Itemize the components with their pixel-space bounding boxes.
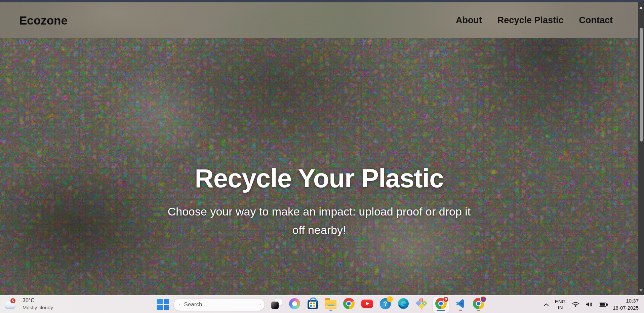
weather-widget[interactable]: 5 30°C Mostly cloudy — [5, 297, 53, 311]
running-indicator — [329, 310, 332, 311]
hero-text-block: Recycle Your Plastic Choose your way to … — [0, 165, 638, 239]
start-button[interactable] — [157, 299, 169, 310]
main-nav: About Recycle Plastic Contact — [456, 15, 613, 26]
paint-diamond-icon — [416, 298, 427, 310]
brand-logo[interactable]: Ecozone — [19, 14, 68, 27]
taskbar-app-youtube[interactable] — [360, 296, 374, 313]
chrome-profile-p-icon: P — [435, 298, 447, 309]
chrome-profile-2-icon — [473, 298, 484, 309]
windows-logo-icon — [157, 299, 163, 304]
taskbar-app-paint-diamond[interactable] — [415, 296, 428, 313]
question-mark-app-icon: ? — [380, 298, 391, 309]
hero-subtitle: Choose your way to make an impact: uploa… — [151, 202, 487, 239]
nav-contact[interactable]: Contact — [579, 15, 613, 26]
scrollbar-down-arrow-icon[interactable] — [639, 289, 643, 292]
wifi-icon — [572, 302, 579, 307]
taskbar-app-vscode[interactable] — [454, 296, 467, 313]
hero-subtitle-line2: off nearby! — [292, 224, 346, 236]
pinned-apps: ? — [270, 296, 485, 313]
taskbar-app-microsoft-store[interactable] — [306, 296, 319, 313]
page-scrollbar[interactable] — [638, 2, 644, 295]
speaker-icon — [586, 302, 593, 307]
volume-button[interactable] — [586, 302, 593, 307]
taskbar-app-help[interactable]: ? — [378, 296, 392, 313]
taskbar-app-chrome-profile-p[interactable]: P — [433, 297, 449, 313]
cloud-weather-icon: 5 — [5, 298, 19, 310]
chevron-up-icon — [544, 303, 549, 306]
yellow-dot-badge — [387, 296, 393, 302]
site-header: Ecozone About Recycle Plastic Contact — [0, 2, 638, 38]
spiral-profile-badge — [480, 296, 487, 303]
chrome-icon — [343, 298, 355, 309]
language-code: ENG — [555, 299, 566, 305]
hero-image-shading — [0, 2, 638, 295]
running-indicator — [477, 310, 480, 311]
system-tray: ENG IN — [544, 296, 639, 313]
edge-icon — [398, 298, 409, 309]
language-region: IN — [555, 305, 566, 311]
hero-title: Recycle Your Plastic — [0, 165, 638, 192]
taskbar-app-chrome-profile-2[interactable] — [472, 296, 485, 313]
hero-section: Recycle Your Plastic Choose your way to … — [0, 2, 638, 295]
screen: Recycle Your Plastic Choose your way to … — [0, 0, 644, 313]
profile-p-badge: P — [443, 296, 449, 303]
youtube-icon — [361, 300, 373, 308]
hero-subtitle-line1: Choose your way to make an impact: uploa… — [168, 205, 471, 218]
taskbar-search-box[interactable] — [173, 298, 265, 311]
copilot-icon — [289, 298, 300, 309]
battery-button[interactable] — [599, 303, 607, 307]
bird-decoration — [258, 300, 261, 309]
clock-widget[interactable]: 10:37 18-07-2025 — [613, 298, 639, 311]
scrollbar-thumb[interactable] — [640, 28, 643, 142]
nav-about[interactable]: About — [456, 15, 482, 26]
scrollbar-up-arrow-icon[interactable] — [639, 6, 643, 9]
tray-time: 10:37 — [613, 298, 639, 304]
file-explorer-icon — [325, 300, 336, 309]
taskbar-app-chrome[interactable] — [342, 296, 356, 313]
battery-icon — [599, 303, 607, 307]
nav-recycle-plastic[interactable]: Recycle Plastic — [497, 15, 564, 26]
vscode-icon — [455, 298, 466, 309]
taskbar-app-edge[interactable] — [397, 296, 410, 313]
running-indicator — [459, 310, 462, 311]
windows-taskbar: 5 30°C Mostly cloudy — [0, 295, 644, 313]
weather-alert-badge: 5 — [10, 298, 16, 304]
task-view-icon — [271, 299, 282, 309]
language-indicator[interactable]: ENG IN — [555, 299, 566, 311]
browser-window-top-bar — [0, 0, 644, 2]
tray-chevron-up-button[interactable] — [544, 303, 549, 306]
weather-temperature: 30°C — [23, 297, 53, 304]
search-input[interactable] — [184, 301, 258, 308]
wifi-button[interactable] — [572, 302, 579, 307]
active-indicator — [437, 310, 445, 311]
taskbar-app-task-view[interactable] — [270, 296, 283, 313]
weather-condition: Mostly cloudy — [23, 304, 53, 311]
taskbar-app-copilot[interactable] — [288, 296, 301, 313]
microsoft-store-icon — [308, 300, 318, 309]
search-icon — [179, 301, 180, 308]
tray-date: 18-07-2025 — [613, 305, 639, 311]
taskbar-app-file-explorer[interactable] — [324, 296, 337, 313]
